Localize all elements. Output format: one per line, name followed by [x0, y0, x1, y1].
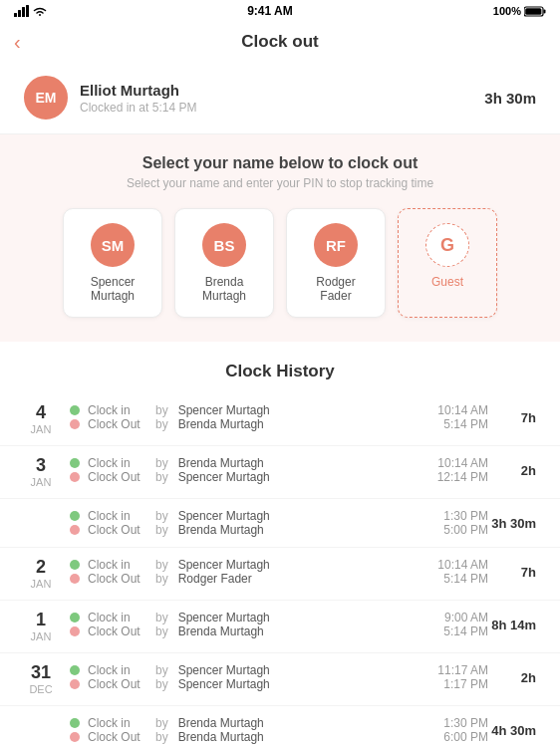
entry-row: Clock Out by Brenda Murtagh 5:14 PM: [70, 624, 488, 638]
clock-history-section: Clock History 4 JAN Clock in by Spencer …: [0, 342, 560, 747]
card-name-rf: Rodger Fader: [303, 275, 369, 303]
history-entry-31dec-a: 31 DEC Clock in by Spencer Murtagh 11:17…: [0, 653, 560, 706]
dot-in-icon: [70, 718, 80, 728]
entry-row: Clock Out by Brenda Murtagh 6:00 PM: [70, 730, 488, 744]
select-title: Select your name below to clock out: [24, 154, 536, 172]
card-name-bs: Brenda Murtagh: [191, 275, 257, 303]
card-avatar-guest: G: [425, 223, 469, 267]
entry-row: Clock in by Spencer Murtagh 9:00 AM: [70, 611, 488, 624]
dot-out-icon: [70, 574, 80, 584]
user-card-spencer[interactable]: SM Spencer Murtagh: [63, 208, 162, 318]
header-user-row: EM Elliot Murtagh Clocked in at 5:14 PM …: [0, 62, 560, 134]
card-avatar-rf: RF: [314, 223, 358, 267]
back-button[interactable]: ‹: [14, 32, 21, 52]
status-time: 9:41 AM: [247, 4, 293, 18]
user-card-brenda[interactable]: BS Brenda Murtagh: [174, 208, 274, 318]
entry-date: 4 JAN: [24, 403, 58, 435]
entry-duration: 7h: [488, 565, 536, 580]
svg-rect-6: [525, 8, 541, 15]
entry-date: 3 JAN: [24, 456, 58, 488]
history-entry-3jan-b: Clock in by Spencer Murtagh 1:30 PM Cloc…: [0, 499, 560, 548]
history-entry-2jan: 2 JAN Clock in by Spencer Murtagh 10:14 …: [0, 548, 560, 601]
dot-in-icon: [70, 511, 80, 521]
dot-out-icon: [70, 626, 80, 636]
entry-duration: 8h 14m: [488, 618, 536, 632]
user-card-guest[interactable]: G Guest: [398, 208, 497, 318]
dot-out-icon: [70, 679, 80, 689]
entry-date: 1 JAN: [24, 611, 58, 642]
clock-in-time: Clocked in at 5:14 PM: [80, 101, 472, 115]
select-section: Select your name below to clock out Sele…: [0, 134, 560, 342]
entry-duration: 3h 30m: [488, 516, 536, 531]
svg-rect-5: [544, 9, 546, 13]
user-card-rodger[interactable]: RF Rodger Fader: [286, 208, 386, 318]
wifi-icon: [33, 6, 47, 17]
entry-duration: 7h: [488, 410, 536, 425]
entry-duration: 2h: [488, 670, 536, 685]
entry-row: Clock in by Spencer Murtagh 11:17 AM: [70, 663, 488, 677]
svg-rect-1: [18, 10, 21, 17]
history-entry-4jan: 4 JAN Clock in by Spencer Murtagh 10:14 …: [0, 393, 560, 446]
entry-row: Clock in by Spencer Murtagh 1:30 PM: [70, 509, 488, 523]
dot-out-icon: [70, 472, 80, 482]
dot-out-icon: [70, 732, 80, 742]
dot-out-icon: [70, 419, 80, 429]
status-bar: 9:41 AM 100%: [0, 0, 560, 22]
history-entry-1jan: 1 JAN Clock in by Spencer Murtagh 9:00 A…: [0, 601, 560, 653]
battery-icon: [524, 6, 546, 17]
entry-row: Clock Out by Brenda Murtagh 5:14 PM: [70, 417, 488, 431]
page-title: Clock out: [241, 32, 318, 52]
signal-icon: [14, 5, 30, 17]
entry-row: Clock in by Brenda Murtagh 10:14 AM: [70, 456, 488, 470]
svg-rect-3: [26, 5, 29, 17]
select-subtitle: Select your name and enter your PIN to s…: [24, 176, 536, 190]
status-left-icons: [14, 5, 47, 17]
avatar: EM: [24, 76, 68, 120]
entry-date: 2 JAN: [24, 558, 58, 590]
session-duration: 3h 30m: [484, 90, 536, 107]
entry-duration: 4h 30m: [488, 723, 536, 738]
entry-row: Clock in by Spencer Murtagh 10:14 AM: [70, 558, 488, 572]
entry-row: Clock in by Spencer Murtagh 10:14 AM: [70, 403, 488, 417]
dot-in-icon: [70, 560, 80, 570]
entry-row: Clock Out by Spencer Murtagh 12:14 PM: [70, 470, 488, 484]
history-entry-3jan-a: 3 JAN Clock in by Brenda Murtagh 10:14 A…: [0, 446, 560, 499]
entry-date: [24, 509, 58, 511]
svg-rect-2: [22, 7, 25, 17]
history-entry-31dec-b: Clock in by Brenda Murtagh 1:30 PM Clock…: [0, 706, 560, 747]
card-name-sm: Spencer Murtagh: [80, 275, 145, 303]
dot-in-icon: [70, 458, 80, 468]
user-cards-container: SM Spencer Murtagh BS Brenda Murtagh RF …: [24, 208, 536, 318]
entry-row: Clock in by Brenda Murtagh 1:30 PM: [70, 716, 488, 730]
user-info: Elliot Murtagh Clocked in at 5:14 PM: [80, 82, 472, 115]
entry-row: Clock Out by Spencer Murtagh 1:17 PM: [70, 677, 488, 691]
user-name: Elliot Murtagh: [80, 82, 472, 99]
dot-in-icon: [70, 405, 80, 415]
status-battery: 100%: [493, 5, 546, 17]
entry-row: Clock Out by Rodger Fader 5:14 PM: [70, 572, 488, 586]
card-name-guest: Guest: [431, 275, 463, 289]
entry-row: Clock Out by Brenda Murtagh 5:00 PM: [70, 523, 488, 537]
entry-date: 31 DEC: [24, 663, 58, 695]
entry-duration: 2h: [488, 463, 536, 478]
nav-bar: ‹ Clock out: [0, 22, 560, 62]
dot-in-icon: [70, 665, 80, 675]
dot-out-icon: [70, 525, 80, 535]
svg-rect-0: [14, 13, 17, 17]
card-avatar-sm: SM: [91, 223, 135, 267]
history-title: Clock History: [0, 362, 560, 381]
card-avatar-bs: BS: [202, 223, 246, 267]
dot-in-icon: [70, 613, 80, 622]
entry-date: [24, 716, 58, 718]
